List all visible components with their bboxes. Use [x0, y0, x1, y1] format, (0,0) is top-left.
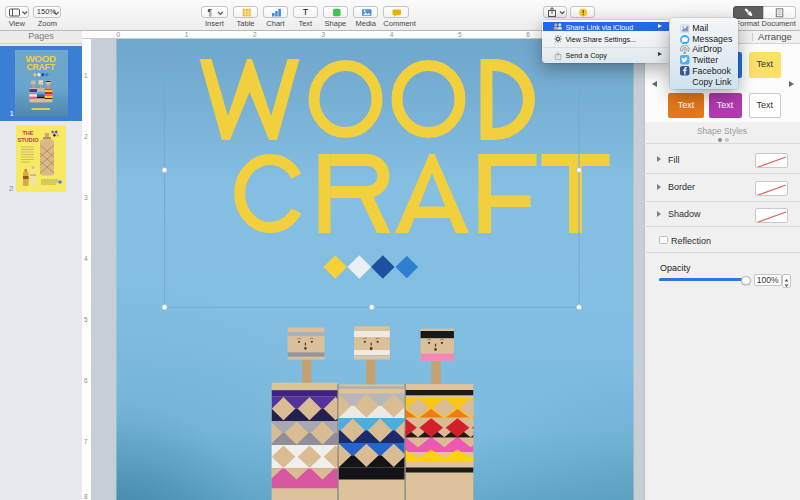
svg-text:CRAFT: CRAFT — [26, 62, 55, 72]
svg-text:THE: THE — [22, 130, 33, 136]
svg-text:STUDIO: STUDIO — [17, 136, 39, 142]
